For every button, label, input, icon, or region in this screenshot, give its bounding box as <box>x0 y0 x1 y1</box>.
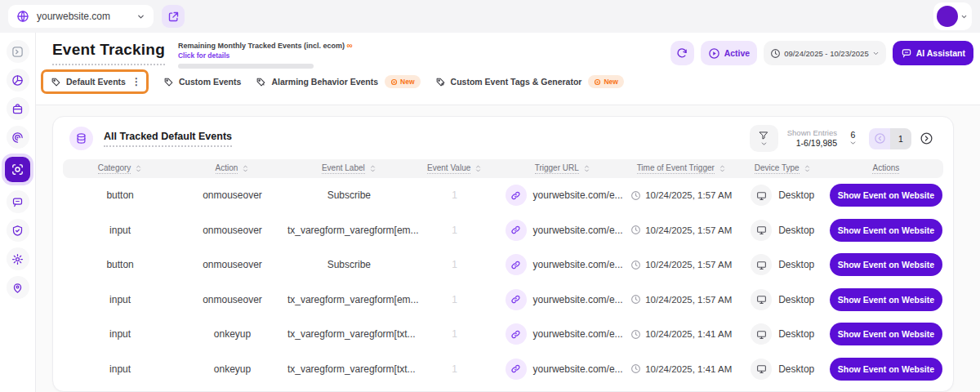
website-selector[interactable]: yourwebsite.com <box>8 5 154 28</box>
cell-category: input <box>63 328 177 340</box>
tab-default-events[interactable]: Default Events <box>51 77 126 87</box>
table-row: input onkeyup tx_varegform_varegform[txt… <box>63 317 943 352</box>
filter-button[interactable] <box>750 125 778 152</box>
usage-details-link[interactable]: Click for details <box>178 51 353 60</box>
column-header-time[interactable]: Time of Event Trigger <box>626 163 737 174</box>
link-icon <box>506 220 527 241</box>
link-icon <box>506 185 527 206</box>
column-header-device-type[interactable]: Device Type <box>737 163 829 174</box>
user-menu[interactable] <box>933 2 972 30</box>
cell-category: button <box>63 259 177 270</box>
cell-device: Desktop <box>737 185 829 206</box>
column-header-action[interactable]: Action <box>177 163 287 174</box>
cell-trigger-url[interactable]: yourwebsite.com/e... <box>499 254 626 275</box>
dot-circle-icon <box>390 78 398 86</box>
infinity-icon: ∞ <box>347 41 353 50</box>
chevron-down-icon <box>136 12 145 21</box>
show-event-button[interactable]: Show Event on Website <box>830 288 942 311</box>
cell-event-value: 1 <box>411 225 499 236</box>
tab-alarming-behavior-events[interactable]: Alarming Behavior Events New <box>256 75 420 88</box>
open-website-button[interactable] <box>162 5 185 28</box>
page-size-select[interactable]: 6 <box>846 131 860 147</box>
status-button[interactable]: Active <box>701 41 758 65</box>
table-header-row: Category Action Event Label Event Value … <box>63 159 943 178</box>
location-pin-icon <box>11 282 24 294</box>
sort-icon <box>242 164 249 173</box>
sidebar-item-chat[interactable] <box>7 190 29 213</box>
chat-icon <box>901 47 912 59</box>
table-row: button onmouseover Subscribe 1 yourwebsi… <box>63 247 943 283</box>
cell-event-label: Subscribe <box>287 259 411 270</box>
clock-icon <box>630 294 641 305</box>
monitor-icon <box>751 359 772 380</box>
show-event-button[interactable]: Show Event on Website <box>830 184 942 207</box>
cell-time: 10/24/2025, 1:57 AM <box>626 260 737 270</box>
sort-icon <box>719 164 726 173</box>
sidebar-item-pie-chart[interactable] <box>7 69 29 91</box>
arrow-right-circle-icon <box>920 131 933 145</box>
column-header-category[interactable]: Category <box>63 163 177 174</box>
link-icon <box>506 254 527 275</box>
clock-icon <box>630 260 641 270</box>
tab-options-icon[interactable]: ⋮ <box>131 76 141 87</box>
table-title: All Tracked Default Events <box>104 131 232 147</box>
cell-event-label: tx_varegform_varegform[em... <box>287 225 411 236</box>
page-number[interactable]: 1 <box>890 128 911 149</box>
cell-action: onmouseover <box>177 225 287 236</box>
sort-icon <box>583 164 590 173</box>
cell-trigger-url[interactable]: yourwebsite.com/e... <box>499 359 626 380</box>
sidebar <box>0 33 36 392</box>
show-event-button[interactable]: Show Event on Website <box>830 219 942 242</box>
sort-icon <box>135 164 142 173</box>
ai-assistant-label: AI Assistant <box>916 48 965 58</box>
show-event-button[interactable]: Show Event on Website <box>830 253 942 276</box>
sidebar-item-spiral[interactable] <box>7 126 29 149</box>
cell-device: Desktop <box>737 323 829 345</box>
sidebar-item-settings[interactable] <box>7 247 29 270</box>
cell-trigger-url[interactable]: yourwebsite.com/e... <box>499 289 626 310</box>
status-label: Active <box>724 48 751 58</box>
column-header-trigger-url[interactable]: Trigger URL <box>499 163 626 174</box>
sidebar-item-shield[interactable] <box>7 219 29 242</box>
show-event-button[interactable]: Show Event on Website <box>830 358 942 381</box>
cell-category: input <box>63 363 177 375</box>
tag-alert-icon <box>256 77 266 87</box>
sidebar-item-panel-toggle[interactable] <box>7 40 29 63</box>
cell-action: onkeyup <box>177 328 287 340</box>
date-range-picker[interactable]: 09/24/2025 - 10/23/2025 <box>764 41 886 65</box>
prev-page-button[interactable] <box>869 128 890 149</box>
chevron-down-icon <box>960 13 968 20</box>
briefcase-icon <box>11 103 24 115</box>
tag-icon <box>51 77 61 87</box>
tab-custom-events[interactable]: Custom Events <box>163 77 241 87</box>
sidebar-item-location[interactable] <box>7 276 29 299</box>
refresh-button[interactable] <box>670 41 694 65</box>
website-name: yourwebsite.com <box>37 11 129 22</box>
monitor-icon <box>751 289 772 310</box>
chevron-down-icon <box>849 140 857 146</box>
cell-trigger-url[interactable]: yourwebsite.com/e... <box>499 220 626 241</box>
topbar: yourwebsite.com <box>0 0 980 33</box>
cell-action: onmouseover <box>177 294 287 305</box>
link-icon <box>506 359 527 380</box>
sort-icon <box>369 164 376 173</box>
cell-trigger-url[interactable]: yourwebsite.com/e... <box>499 185 626 206</box>
ai-assistant-button[interactable]: AI Assistant <box>893 41 973 65</box>
sidebar-item-event-tracking[interactable] <box>5 157 30 182</box>
cell-time: 10/24/2025, 1:41 AM <box>626 329 737 340</box>
clock-icon <box>630 329 641 340</box>
tab-custom-event-tags-generator[interactable]: Custom Event Tags & Generator New <box>435 75 624 88</box>
sidebar-item-briefcase[interactable] <box>7 97 29 120</box>
cell-event-label: tx_varegform_varegform[txt... <box>287 363 411 375</box>
next-page-button[interactable] <box>915 128 937 149</box>
show-event-button[interactable]: Show Event on Website <box>830 323 942 345</box>
cell-device: Desktop <box>737 359 829 380</box>
column-header-event-label[interactable]: Event Label <box>287 163 411 174</box>
link-icon <box>506 323 527 345</box>
funnel-icon <box>758 130 769 141</box>
cell-category: button <box>63 189 177 201</box>
cell-trigger-url[interactable]: yourwebsite.com/e... <box>499 323 626 345</box>
column-header-event-value[interactable]: Event Value <box>411 163 499 174</box>
usage-summary[interactable]: Remaining Monthly Tracked Events (incl. … <box>178 41 353 69</box>
cell-event-label: Subscribe <box>287 189 411 201</box>
